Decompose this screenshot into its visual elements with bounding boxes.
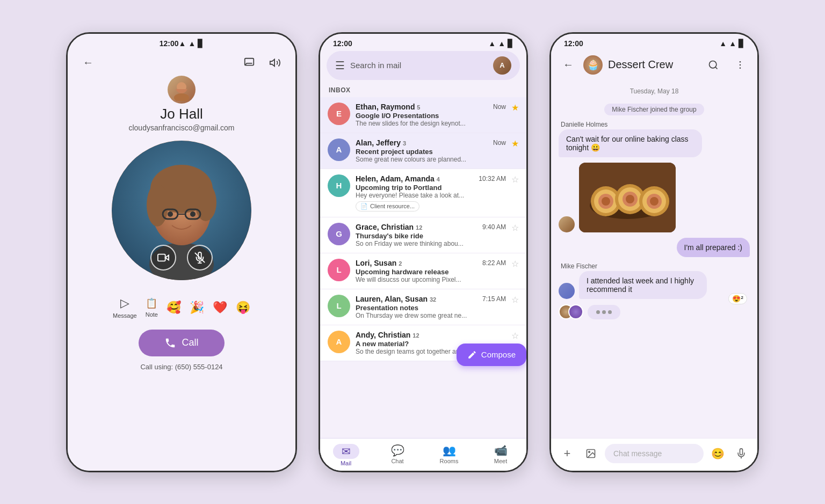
star-icon[interactable]: ★ <box>511 138 519 149</box>
message-group-1: Danielle Holmes Can't wait for our onlin… <box>559 121 750 157</box>
sender-name-1: Danielle Holmes <box>561 121 750 128</box>
video-controls <box>150 245 213 271</box>
meet-icon: 📹 <box>494 444 508 457</box>
mute-btn[interactable] <box>187 245 213 271</box>
nav-rooms[interactable]: 👥 Rooms <box>423 442 475 469</box>
chat-back-button[interactable]: ← <box>559 55 578 75</box>
svg-point-14 <box>190 211 196 217</box>
email-avatar: L <box>328 259 350 281</box>
emoji-action-4[interactable]: 😝 <box>236 301 250 315</box>
signal-icon-3: ▲ <box>729 39 736 48</box>
time-3: 12:00 <box>564 39 583 48</box>
svg-point-20 <box>710 61 717 68</box>
emoji-action-2[interactable]: 🎉 <box>190 301 204 315</box>
nav-mail[interactable]: ✉ Mail <box>320 442 372 469</box>
search-bar[interactable]: ☰ Search in mail A <box>327 51 520 80</box>
star-icon[interactable]: ★ <box>511 103 519 113</box>
contact-avatar-small <box>168 76 196 104</box>
menu-icon[interactable]: ☰ <box>335 59 345 72</box>
email-item[interactable]: L Lori, Susan 2 8:22 AM Upcoming hardwar… <box>320 253 526 289</box>
email-sender: Alan, Jeffery 3 <box>356 138 406 147</box>
star-empty-icon[interactable]: ☆ <box>511 259 519 269</box>
star-empty-icon[interactable]: ☆ <box>511 295 519 305</box>
nav-chat[interactable]: 💬 Chat <box>372 442 423 469</box>
doc-icon: 📄 <box>360 203 368 210</box>
chat-input[interactable]: Chat message <box>605 444 704 463</box>
signal-icon-2: ▲ <box>498 39 505 48</box>
note-action[interactable]: 📋 Note <box>146 297 158 318</box>
add-button[interactable]: + <box>558 444 577 463</box>
typing-dot-1 <box>596 310 600 314</box>
nav-meet[interactable]: 📹 Meet <box>475 442 526 469</box>
compose-label: Compose <box>481 350 516 359</box>
message-bubble-right: I'm all prepared :) <box>677 238 750 257</box>
wifi-icon-2: ▲ <box>488 39 496 48</box>
email-item[interactable]: E Ethan, Raymond 5 Now Google I/O Presen… <box>320 97 526 133</box>
date-divider: Tuesday, May 18 <box>559 87 750 95</box>
wifi-icon: ▲ <box>179 39 186 48</box>
emoji-button[interactable]: 😊 <box>708 444 727 463</box>
email-subject: Presentation notes <box>356 304 506 312</box>
email-avatar: A <box>328 331 350 353</box>
back-button[interactable]: ← <box>78 53 98 72</box>
email-list: E Ethan, Raymond 5 Now Google I/O Presen… <box>320 97 526 438</box>
compose-button[interactable]: Compose <box>457 344 526 366</box>
status-bar-1: 12:00 ▲ ▲ ▊ <box>147 34 217 51</box>
mic-button[interactable] <box>732 444 751 463</box>
image-message-group <box>559 163 750 232</box>
email-item[interactable]: H Helen, Adam, Amanda 4 10:32 AM Upcomin… <box>320 169 526 217</box>
phone-1: 12:00 ▲ ▲ ▊ ← <box>66 32 297 472</box>
email-item[interactable]: G Grace, Christian 12 9:40 AM Thursday's… <box>320 217 526 253</box>
emoji-action-1[interactable]: 🥰 <box>167 301 181 315</box>
reaction-badge[interactable]: 😍² <box>728 293 747 304</box>
message-bubble-1: Can't wait for our online baking class t… <box>559 129 702 157</box>
email-sender: Ethan, Raymond 5 <box>356 103 420 111</box>
attachment-chip[interactable]: 📄 Client resource... <box>356 201 419 211</box>
chat-search-button[interactable] <box>704 55 723 75</box>
volume-icon[interactable] <box>265 53 285 72</box>
svg-point-22 <box>740 64 741 65</box>
email-sender: Lori, Susan 2 <box>356 259 402 267</box>
star-empty-icon[interactable]: ☆ <box>511 331 519 341</box>
svg-rect-16 <box>158 254 165 261</box>
chat-topbar: ← 🧁 Dessert Crew <box>551 51 757 80</box>
status-bar-2: 12:00 ▲ ▲ ▊ <box>320 34 526 51</box>
svg-point-21 <box>740 61 741 62</box>
message-action[interactable]: ▷ Message <box>113 296 137 319</box>
contact-email: cloudysanfrancisco@gmail.com <box>128 123 234 132</box>
email-preview: We will disucss our upcoming Pixel... <box>356 276 506 283</box>
message-icon[interactable] <box>240 53 259 72</box>
svg-point-23 <box>740 67 741 69</box>
chat-messages: Tuesday, May 18 Mike Fischer joined the … <box>551 80 757 438</box>
email-avatar: G <box>328 223 350 245</box>
email-item[interactable]: A Andy, Christian 12 A new material? So … <box>320 325 526 361</box>
mike-avatar <box>559 283 575 299</box>
star-empty-icon[interactable]: ☆ <box>511 223 519 233</box>
email-avatar: A <box>328 138 350 161</box>
chat-group-name: Dessert Crew <box>608 59 698 71</box>
email-subject: Upcoming hardware release <box>356 268 506 276</box>
email-item[interactable]: L Lauren, Alan, Susan 32 7:15 AM Present… <box>320 289 526 325</box>
sender-name-2: Mike Fischer <box>561 262 750 270</box>
svg-point-29 <box>602 197 610 206</box>
call-button[interactable]: Call <box>139 330 224 356</box>
email-item[interactable]: A Alan, Jeffery 3 Now Recent project upd… <box>320 133 526 169</box>
video-btn[interactable] <box>150 245 176 271</box>
email-subject: Recent project updates <box>356 148 506 156</box>
message-bubble-2: I attended last week and I highly recomm… <box>579 271 707 299</box>
account-avatar[interactable]: A <box>493 56 511 75</box>
phone-2: 12:00 ▲ ▲ ▊ ☰ Search in mail A INBOX E E… <box>319 32 528 472</box>
emoji-action-3[interactable]: ❤️ <box>213 301 227 315</box>
message-group-2: Mike Fischer I attended last week and I … <box>559 262 750 299</box>
star-empty-icon[interactable]: ☆ <box>511 174 519 185</box>
svg-point-9 <box>195 184 216 221</box>
signal-icon: ▲ <box>188 39 196 48</box>
gallery-button[interactable] <box>581 444 600 463</box>
status-bar-3: 12:00 ▲ ▲ ▊ <box>551 34 757 51</box>
email-avatar: E <box>328 103 350 125</box>
typing-dot-2 <box>602 310 606 314</box>
svg-point-8 <box>147 184 168 227</box>
chat-more-button[interactable] <box>730 55 750 75</box>
svg-marker-15 <box>165 255 169 260</box>
system-message: Mike Fischer joined the group <box>604 104 704 115</box>
